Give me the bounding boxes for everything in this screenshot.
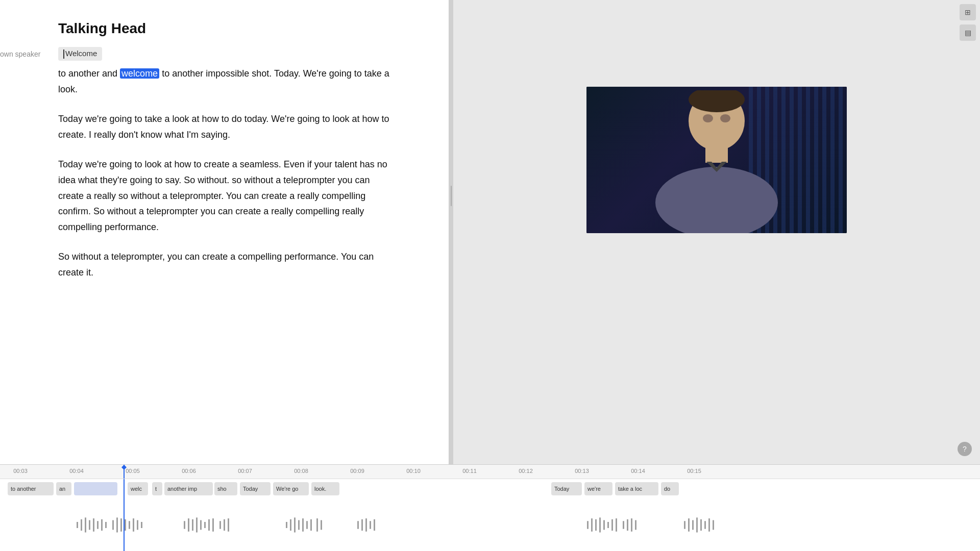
word-chip-t[interactable]: t [152, 482, 162, 495]
svg-rect-56 [623, 521, 624, 529]
ruler-mark-6: 00:09 [350, 468, 364, 474]
svg-rect-13 [101, 519, 103, 530]
svg-rect-66 [708, 518, 710, 532]
svg-rect-55 [616, 518, 617, 532]
svg-rect-32 [224, 519, 225, 530]
svg-rect-60 [684, 521, 685, 529]
highlighted-word[interactable]: welcome [120, 68, 159, 79]
svg-rect-19 [129, 521, 130, 529]
svg-rect-42 [321, 520, 322, 530]
word-chip-0[interactable]: to another [8, 482, 54, 495]
timeline-waveform [0, 498, 980, 551]
svg-rect-58 [631, 518, 632, 532]
ruler-mark-8: 00:11 [462, 468, 477, 474]
playhead-waveform [124, 498, 125, 551]
svg-rect-38 [302, 518, 304, 532]
svg-point-3 [703, 114, 713, 122]
waveform-svg [0, 510, 980, 540]
svg-rect-27 [200, 520, 202, 530]
svg-rect-18 [125, 519, 126, 530]
svg-rect-11 [93, 518, 94, 532]
person-silhouette [640, 90, 793, 233]
ruler-mark-12: 00:15 [687, 468, 701, 474]
svg-rect-46 [370, 521, 371, 529]
word-chip-another[interactable]: another imp [164, 482, 213, 495]
svg-rect-16 [116, 517, 118, 532]
svg-rect-62 [692, 520, 694, 530]
paragraph-4: So without a teleprompter, you can creat… [58, 249, 390, 280]
word-chip-today1[interactable]: Today [240, 482, 271, 495]
svg-rect-15 [112, 520, 114, 530]
paragraph-1: to another and welcome to another imposs… [58, 66, 390, 97]
word-chip-welc[interactable]: welc [128, 482, 148, 495]
svg-rect-45 [365, 518, 367, 532]
word-chip-1[interactable]: an [56, 482, 71, 495]
svg-rect-7 [77, 522, 78, 528]
svg-rect-67 [713, 520, 714, 530]
timeline-ruler: 00:03 00:04 00:05 00:06 00:07 00:08 00:0… [0, 465, 980, 479]
svg-rect-43 [357, 521, 359, 529]
panel-divider[interactable] [449, 0, 453, 464]
word-chip-do[interactable]: do [661, 482, 679, 495]
svg-rect-41 [316, 518, 318, 532]
svg-rect-65 [704, 521, 706, 529]
svg-rect-63 [696, 517, 698, 532]
svg-rect-40 [310, 519, 312, 530]
timeline-words: to another an welc t another imp sho Tod… [0, 479, 980, 498]
svg-rect-33 [228, 518, 229, 532]
word-chip-were[interactable]: We're go [273, 482, 309, 495]
ruler-mark-3: 00:06 [182, 468, 196, 474]
filmstrip-icon[interactable]: ▤ [960, 24, 976, 41]
cursor-line [63, 49, 64, 59]
svg-rect-21 [137, 520, 138, 530]
svg-rect-10 [89, 520, 90, 530]
playhead-ruler [124, 465, 125, 479]
svg-rect-44 [361, 519, 363, 530]
ruler-mark-1: 00:04 [69, 468, 84, 474]
svg-rect-47 [374, 519, 375, 530]
svg-rect-37 [298, 520, 300, 530]
svg-rect-50 [595, 519, 597, 530]
svg-rect-24 [188, 518, 189, 532]
grid-icon[interactable]: ⊞ [960, 4, 976, 20]
svg-rect-36 [294, 517, 296, 532]
word-chip-today2[interactable]: Today [551, 482, 582, 495]
svg-rect-17 [120, 518, 122, 532]
svg-rect-28 [204, 522, 206, 528]
svg-rect-54 [611, 519, 613, 530]
speaker-tag[interactable]: Welcome [58, 47, 102, 61]
svg-rect-64 [700, 519, 702, 530]
svg-rect-8 [81, 519, 82, 530]
svg-rect-34 [286, 522, 287, 528]
transcript-panel: Talking Head own speaker Welcome to anot… [0, 0, 449, 464]
ruler-mark-7: 00:10 [406, 468, 421, 474]
svg-rect-52 [603, 520, 605, 530]
svg-rect-14 [105, 522, 107, 528]
svg-rect-31 [219, 521, 221, 529]
help-button[interactable]: ? [958, 442, 972, 456]
svg-rect-51 [599, 517, 601, 532]
word-chip-look[interactable]: look. [311, 482, 339, 495]
svg-rect-9 [85, 517, 86, 532]
word-chip-take[interactable]: take a loc [615, 482, 658, 495]
speaker-label: own speaker [0, 50, 40, 58]
ruler-mark-5: 00:08 [294, 468, 308, 474]
word-chip-sho[interactable]: sho [214, 482, 237, 495]
video-frame [586, 87, 847, 233]
timeline-area: 00:03 00:04 00:05 00:06 00:07 00:08 00:0… [0, 464, 980, 551]
svg-rect-57 [627, 519, 628, 530]
svg-rect-49 [591, 518, 593, 532]
ruler-mark-11: 00:14 [631, 468, 645, 474]
word-chip-playhead[interactable] [74, 482, 117, 495]
svg-rect-23 [184, 521, 185, 529]
word-chip-were2[interactable]: we're [584, 482, 612, 495]
svg-rect-35 [290, 519, 291, 530]
paragraph-2: Today we're going to take a look at how … [58, 111, 390, 142]
ruler-mark-4: 00:07 [238, 468, 252, 474]
svg-rect-48 [587, 521, 589, 529]
svg-rect-53 [607, 522, 609, 528]
svg-rect-25 [192, 519, 193, 530]
svg-rect-39 [306, 521, 308, 529]
svg-rect-26 [196, 517, 198, 532]
svg-point-2 [655, 167, 778, 233]
